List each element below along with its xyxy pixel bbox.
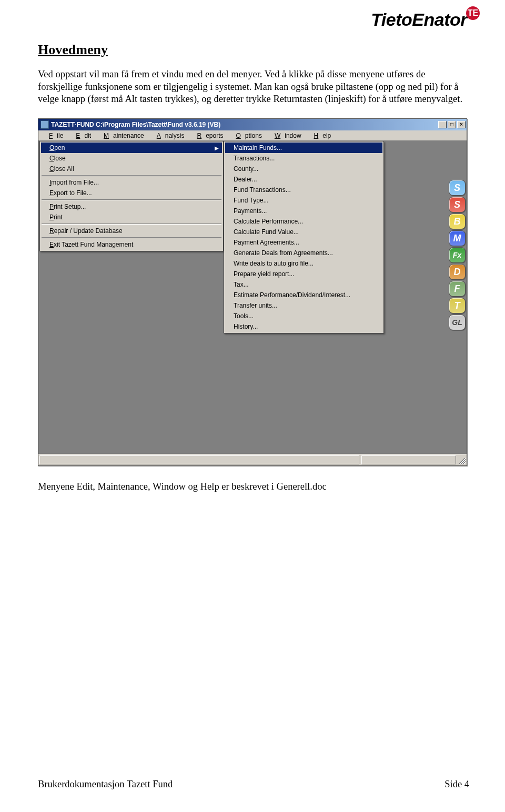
menu-separator (42, 224, 221, 225)
side-button[interactable]: M (449, 230, 466, 246)
client-area: Open▶CloseClose AllImport from File...Ex… (38, 141, 467, 454)
submenu-item[interactable]: Calculate Performance... (225, 216, 382, 227)
side-button[interactable]: B (449, 214, 466, 229)
menu-item[interactable]: Print (41, 212, 222, 222)
menu-item[interactable]: Close (41, 153, 222, 164)
submenu-item[interactable]: Maintain Funds... (225, 143, 382, 153)
post-screenshot-text: Menyene Edit, Maintenance, Window og Hel… (38, 481, 469, 493)
side-toolbar: SSBMFxDFTGL (449, 180, 466, 330)
menubar-item[interactable]: File (41, 131, 67, 140)
maximize-button[interactable]: □ (448, 121, 456, 128)
side-button[interactable]: F (449, 281, 466, 297)
intro-paragraph: Ved oppstart vil man få frem et vindu me… (38, 68, 469, 106)
submenu-item[interactable]: Tax... (225, 279, 382, 290)
brand-badge: TE (466, 6, 480, 20)
side-button[interactable]: Fx (449, 247, 466, 263)
submenu-item[interactable]: Payment Agreements... (225, 237, 382, 248)
app-icon (41, 120, 49, 129)
menu-item[interactable]: Import from File... (41, 177, 222, 188)
open-submenu[interactable]: Maintain Funds...Transactions...County..… (224, 141, 384, 333)
status-cell (361, 455, 456, 464)
menubar-item[interactable]: Options (228, 131, 266, 140)
file-menu-dropdown[interactable]: Open▶CloseClose AllImport from File...Ex… (39, 141, 224, 251)
footer-right: Side 4 (445, 779, 469, 790)
submenu-item[interactable]: Prepare yield report... (225, 269, 382, 279)
side-button[interactable]: T (449, 298, 466, 313)
side-button[interactable]: S (449, 180, 466, 196)
menubar-item[interactable]: Analysis (148, 131, 189, 140)
status-cell (39, 455, 359, 464)
menu-separator (42, 175, 221, 176)
footer-left: Brukerdokumentasjon Tazett Fund (38, 779, 173, 790)
submenu-item[interactable]: County... (225, 164, 382, 174)
menu-item[interactable]: Close All (41, 164, 222, 174)
minimize-button[interactable]: _ (438, 121, 447, 128)
side-button[interactable]: D (449, 264, 466, 280)
menubar[interactable]: FileEditMaintenanceAnalysisReportsOption… (38, 130, 467, 141)
brand-text: TietoEnator (371, 9, 467, 30)
submenu-arrow-icon: ▶ (215, 145, 219, 151)
menu-item[interactable]: Open▶ (41, 143, 222, 153)
menubar-item[interactable]: Edit (67, 131, 95, 140)
submenu-item[interactable]: Dealer... (225, 174, 382, 185)
submenu-item[interactable]: Tools... (225, 311, 382, 321)
menu-item[interactable]: Print Setup... (41, 201, 222, 212)
menubar-item[interactable]: Reports (188, 131, 227, 140)
page-heading: Hovedmeny (38, 42, 469, 58)
submenu-item[interactable]: Write deals to auto giro file... (225, 258, 382, 269)
menubar-item[interactable]: Maintenance (95, 131, 148, 140)
submenu-item[interactable]: History... (225, 321, 382, 332)
submenu-item[interactable]: Payments... (225, 206, 382, 216)
page-footer: Brukerdokumentasjon Tazett Fund Side 4 (38, 779, 469, 790)
statusbar (38, 454, 467, 465)
menu-item[interactable]: Exit Tazett Fund Management (41, 239, 222, 250)
window-title: TAZETT-FUND C:\Program Files\Tazett\Fund… (51, 121, 438, 128)
menu-separator (42, 237, 221, 238)
side-button[interactable]: S (449, 197, 466, 212)
submenu-item[interactable]: Transactions... (225, 153, 382, 164)
submenu-item[interactable]: Estimate Performance/Dividend/Interest..… (225, 290, 382, 300)
menu-item[interactable]: Repair / Update Database (41, 226, 222, 236)
side-button[interactable]: GL (449, 314, 466, 330)
submenu-item[interactable]: Transfer units... (225, 300, 382, 311)
submenu-item[interactable]: Generate Deals from Agreements... (225, 248, 382, 258)
titlebar: TAZETT-FUND C:\Program Files\Tazett\Fund… (38, 119, 467, 130)
menubar-item[interactable]: Window (266, 131, 306, 140)
resize-grip-icon[interactable] (457, 454, 467, 465)
submenu-item[interactable]: Fund Type... (225, 195, 382, 206)
menu-item[interactable]: Export to File... (41, 188, 222, 198)
close-button[interactable]: × (457, 121, 466, 128)
submenu-item[interactable]: Fund Transactions... (225, 185, 382, 195)
brand-logo: TietoEnator TE (371, 9, 480, 30)
submenu-item[interactable]: Calculate Fund Value... (225, 227, 382, 237)
app-window: TAZETT-FUND C:\Program Files\Tazett\Fund… (38, 118, 467, 466)
menubar-item[interactable]: Help (306, 131, 336, 140)
menu-separator (42, 199, 221, 200)
